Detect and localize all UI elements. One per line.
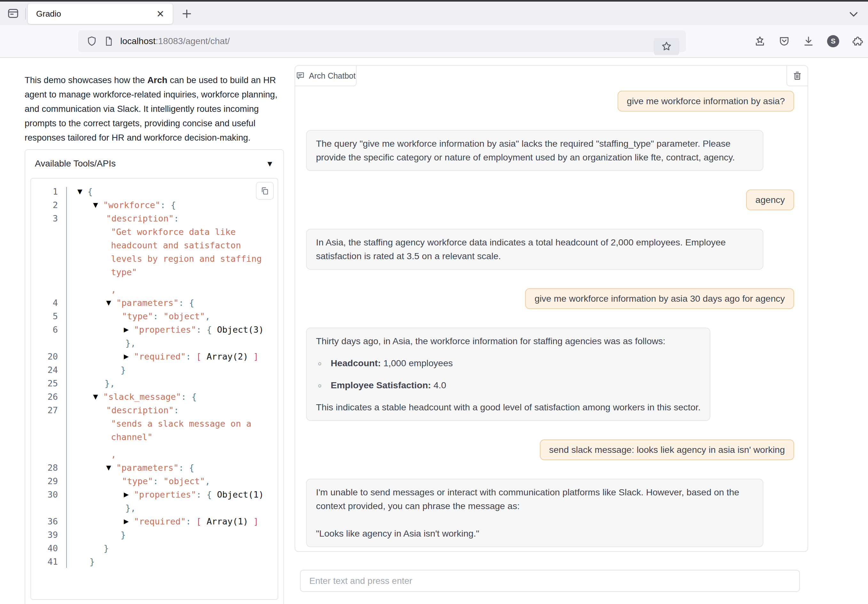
line-content: ▼"slack_message": { bbox=[31, 390, 197, 404]
browser-toolbar: localhost:18083/agent/chat/ S bbox=[0, 25, 868, 58]
tree-toggle-icon[interactable]: ▼ bbox=[93, 390, 98, 403]
tools-accordion-header[interactable]: Available Tools/APIs ▼ bbox=[25, 150, 284, 178]
plus-icon bbox=[180, 7, 193, 20]
tree-toggle-icon[interactable]: ▶ bbox=[124, 514, 129, 528]
tree-toggle-icon[interactable]: ▼ bbox=[106, 296, 111, 309]
line-content: "description": bbox=[31, 404, 179, 417]
json-token-str: levels by region and staffing bbox=[111, 254, 262, 264]
paragraph: Thirty days ago, in Asia, the workforce … bbox=[316, 334, 701, 348]
json-token-brace: }, bbox=[126, 503, 136, 513]
sidebar-view-button[interactable] bbox=[5, 5, 21, 22]
json-token-brace: } bbox=[90, 557, 95, 567]
json-line: 27"description": bbox=[31, 404, 277, 417]
pocket-icon[interactable] bbox=[778, 36, 790, 47]
json-tree: 1▼{2▼"workforce": {3"description":"Get w… bbox=[31, 185, 277, 568]
line-content: ▶"properties": { Object(3) bbox=[31, 323, 264, 337]
json-token-brace: { bbox=[87, 187, 92, 196]
bookmark-star-button[interactable] bbox=[654, 38, 679, 55]
tab-close-icon[interactable]: ✕ bbox=[157, 8, 164, 20]
description-bold: Arch bbox=[147, 75, 167, 85]
line-content: "type": "object", bbox=[31, 310, 210, 323]
list-all-tabs-button[interactable] bbox=[847, 7, 860, 21]
line-content: ▶"properties": { Object(1) bbox=[31, 488, 264, 502]
json-line: 41} bbox=[31, 555, 277, 568]
json-line: 3"description": bbox=[31, 212, 277, 225]
save-to-toolbar-icon[interactable] bbox=[754, 36, 766, 47]
bold-label: Headcount: bbox=[331, 358, 381, 368]
json-line: channel" bbox=[31, 431, 277, 444]
json-line: 4▼"parameters": { bbox=[31, 296, 277, 310]
line-content: levels by region and staffing bbox=[31, 252, 262, 266]
json-token-bkt: ] bbox=[253, 516, 259, 526]
json-token-brace: { bbox=[189, 463, 194, 473]
json-token-colon: : bbox=[174, 213, 179, 223]
json-token-colon: : bbox=[178, 298, 189, 308]
tree-toggle-icon[interactable]: ▶ bbox=[124, 488, 129, 501]
json-line: "Get workforce data like bbox=[31, 225, 277, 239]
extensions-puzzle-icon[interactable] bbox=[852, 36, 863, 47]
json-token-brace: { bbox=[207, 490, 212, 499]
json-token-key: "required" bbox=[134, 352, 186, 361]
line-content: "type": "object", bbox=[31, 474, 210, 488]
json-line: }, bbox=[31, 501, 277, 515]
line-content: ▼{ bbox=[31, 185, 93, 199]
json-line: 28▼"parameters": { bbox=[31, 461, 277, 474]
json-token-brace: { bbox=[171, 200, 176, 210]
copy-button[interactable] bbox=[256, 182, 274, 200]
browser-tab-gradio[interactable]: Gradio ✕ bbox=[28, 3, 173, 24]
json-token-brace: { bbox=[192, 392, 197, 402]
line-content: type" bbox=[31, 266, 137, 279]
url-text: localhost:18083/agent/chat/ bbox=[120, 36, 230, 46]
bot-message: The query "give me workforce information… bbox=[306, 130, 763, 171]
json-token-bkt: [ bbox=[196, 516, 201, 526]
json-line: levels by region and staffing bbox=[31, 252, 277, 266]
tree-toggle-icon[interactable]: ▶ bbox=[124, 350, 129, 363]
chat-input-wrap bbox=[300, 570, 800, 592]
tree-toggle-icon[interactable]: ▶ bbox=[124, 323, 129, 336]
json-token-brace: } bbox=[104, 543, 109, 553]
tree-toggle-icon[interactable]: ▼ bbox=[106, 461, 111, 474]
json-line: 29"type": "object", bbox=[31, 474, 277, 488]
new-tab-button[interactable] bbox=[178, 5, 196, 23]
json-line: 26▼"slack_message": { bbox=[31, 390, 277, 404]
shield-icon[interactable] bbox=[86, 36, 97, 47]
json-token-str: type" bbox=[111, 267, 137, 277]
json-token-colon: : bbox=[153, 311, 164, 321]
json-token-str: "object" bbox=[163, 311, 205, 321]
page-info-icon[interactable] bbox=[104, 36, 114, 46]
json-token-str: "sends a slack message on a bbox=[111, 419, 251, 429]
json-token-key: "description" bbox=[106, 213, 174, 223]
tab-title: Gradio bbox=[36, 9, 157, 19]
json-token-brace: , bbox=[205, 311, 210, 321]
json-token-key: "required" bbox=[134, 516, 186, 526]
line-content: ▼"parameters": { bbox=[31, 461, 194, 475]
tree-toggle-icon[interactable]: ▼ bbox=[78, 185, 82, 198]
clear-chat-button[interactable] bbox=[786, 66, 808, 86]
json-token-brace: }, bbox=[126, 338, 136, 348]
json-line: 40} bbox=[31, 542, 277, 555]
json-token-brace: } bbox=[121, 530, 126, 540]
line-content: "sends a slack message on a bbox=[31, 417, 251, 431]
line-content: }, bbox=[31, 337, 136, 350]
json-token-colon: : bbox=[181, 392, 192, 402]
json-line: 6▶"properties": { Object(3) bbox=[31, 323, 277, 337]
account-avatar[interactable]: S bbox=[827, 35, 839, 47]
download-icon[interactable] bbox=[803, 36, 814, 47]
bold-label: Employee Satisfaction: bbox=[331, 380, 431, 390]
json-token-str: "Get workforce data like bbox=[111, 227, 236, 237]
tree-toggle-icon[interactable]: ▼ bbox=[93, 198, 98, 212]
chatbot-label-text: Arch Chatbot bbox=[309, 71, 356, 80]
json-token-brace: }, bbox=[105, 378, 115, 388]
copy-icon bbox=[260, 186, 269, 195]
list-item: Headcount: 1,000 employees bbox=[316, 356, 701, 370]
json-token-key: "parameters" bbox=[116, 463, 178, 473]
url-bar[interactable]: localhost:18083/agent/chat/ bbox=[78, 30, 686, 52]
chat-text-input[interactable] bbox=[300, 570, 800, 592]
json-line: "sends a slack message on a bbox=[31, 417, 277, 431]
user-message: give me workforce information by asia 30… bbox=[525, 288, 794, 309]
url-path: :18083/agent/chat/ bbox=[156, 36, 230, 46]
json-token-key: "properties" bbox=[134, 490, 196, 499]
json-token-plain: Array(1) bbox=[202, 516, 254, 526]
accordion-caret-icon[interactable]: ▼ bbox=[266, 159, 274, 168]
paragraph: This indicates a stable headcount with a… bbox=[316, 400, 701, 414]
